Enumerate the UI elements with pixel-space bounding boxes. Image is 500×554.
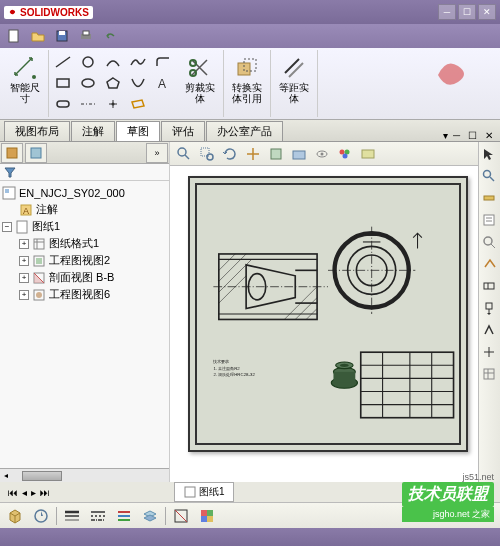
motion-button[interactable] (30, 505, 52, 527)
app-logo: SOLIDWORKS (4, 6, 93, 19)
doc-minimize-icon[interactable]: ─ (453, 130, 460, 141)
sidebar-expand-icon[interactable]: » (146, 143, 168, 163)
tab-evaluate[interactable]: 评估 (161, 121, 205, 141)
arc-tool[interactable] (101, 52, 125, 72)
circle-tool[interactable] (76, 52, 100, 72)
parabola-tool[interactable] (126, 73, 150, 93)
fillet-tool[interactable] (151, 52, 175, 72)
svg-rect-27 (17, 221, 27, 233)
rectangle-tool[interactable] (51, 73, 75, 93)
tab-office[interactable]: 办公室产品 (206, 121, 283, 141)
tree-item-view2[interactable]: + 工程图视图2 (2, 252, 167, 269)
filter-icon[interactable] (4, 166, 16, 178)
point-tool[interactable] (101, 94, 125, 114)
line-tool[interactable] (51, 52, 75, 72)
svg-rect-118 (201, 516, 207, 522)
print-button[interactable] (76, 27, 96, 45)
plane-tool[interactable] (126, 94, 150, 114)
measure-tool[interactable] (479, 188, 499, 208)
offset-button[interactable]: 等距实体 (277, 52, 311, 106)
balloon-tool[interactable] (479, 232, 499, 252)
pan-button[interactable] (243, 144, 263, 164)
sheet-nav-first[interactable]: ⏮ (8, 487, 18, 498)
note-tool[interactable] (479, 210, 499, 230)
svg-rect-28 (34, 239, 44, 249)
scene-button[interactable] (358, 144, 378, 164)
tab-annotation[interactable]: 注解 (71, 121, 115, 141)
layer-button[interactable] (139, 505, 161, 527)
scroll-thumb[interactable] (22, 471, 62, 481)
tree-sheet[interactable]: − 图纸1 (2, 218, 167, 235)
hide-edges-button[interactable] (170, 505, 192, 527)
tab-layout[interactable]: 视图布局 (4, 121, 70, 141)
sheet-nav-prev[interactable]: ◂ (22, 487, 27, 498)
scroll-left-icon[interactable]: ◂ (0, 471, 12, 480)
annotation-icon: A (19, 203, 33, 217)
line-color-button[interactable] (113, 505, 135, 527)
doc-maximize-icon[interactable]: ☐ (468, 130, 477, 141)
sheet-nav-next[interactable]: ▸ (31, 487, 36, 498)
text-tool[interactable]: A (151, 73, 175, 93)
svg-line-93 (491, 244, 495, 248)
svg-rect-2 (59, 31, 65, 35)
tree-item-section[interactable]: + 剖面视图 B-B (2, 269, 167, 286)
magnify-tool[interactable] (479, 166, 499, 186)
maximize-button[interactable]: ☐ (458, 4, 476, 20)
tab-menu-icon[interactable]: ▾ (443, 130, 448, 141)
sidebar-scrollbar[interactable]: ◂ (0, 468, 169, 482)
display-style-button[interactable] (289, 144, 309, 164)
drawing-canvas[interactable]: 技术要求 1. 未注圆角R2 2. 调质处理HRC28-32 (170, 166, 478, 482)
tree-item-view6[interactable]: + 工程图视图6 (2, 286, 167, 303)
undo-button[interactable] (100, 27, 120, 45)
datum-tool[interactable] (479, 298, 499, 318)
save-button[interactable] (52, 27, 72, 45)
section-view-icon (32, 271, 46, 285)
hide-show-button[interactable] (312, 144, 332, 164)
line-format-button[interactable] (61, 505, 83, 527)
centerline-tool[interactable] (76, 94, 100, 114)
doc-close-icon[interactable]: ✕ (485, 130, 493, 141)
tree-root[interactable]: EN_NJCJ_SY02_000 (2, 185, 167, 201)
color-display-button[interactable] (196, 505, 218, 527)
surface-finish-tool[interactable] (479, 320, 499, 340)
weld-tool[interactable] (479, 254, 499, 274)
zoom-area-button[interactable] (197, 144, 217, 164)
property-tab[interactable] (25, 143, 47, 163)
table-tool[interactable] (479, 364, 499, 384)
centermark-tool[interactable] (479, 342, 499, 362)
sheet-tab[interactable]: 图纸1 (174, 482, 234, 502)
drawing-view-icon (32, 254, 46, 268)
zoom-fit-button[interactable] (174, 144, 194, 164)
open-button[interactable] (28, 27, 48, 45)
minimize-button[interactable]: ─ (438, 4, 456, 20)
trim-icon (186, 54, 214, 82)
tree-expand-toggle[interactable]: + (19, 273, 29, 283)
model-button[interactable] (4, 505, 26, 527)
polygon-tool[interactable] (101, 73, 125, 93)
tab-sketch[interactable]: 草图 (116, 121, 160, 141)
tree-expand-toggle[interactable]: + (19, 290, 29, 300)
appearance-button[interactable] (335, 144, 355, 164)
tree-item-format[interactable]: + 图纸格式1 (2, 235, 167, 252)
tree-item-label: 剖面视图 B-B (49, 270, 114, 285)
smart-dimension-button[interactable]: 智能尺寸 (8, 52, 42, 106)
tree-expand-toggle[interactable]: + (19, 239, 29, 249)
gtol-tool[interactable] (479, 276, 499, 296)
slot-tool[interactable] (51, 94, 75, 114)
rotate-view-button[interactable] (220, 144, 240, 164)
ellipse-tool[interactable] (76, 73, 100, 93)
line-style-button[interactable] (87, 505, 109, 527)
sheet-nav-last[interactable]: ⏭ (40, 487, 50, 498)
tree-collapse-toggle[interactable]: − (2, 222, 12, 232)
more-tool[interactable] (151, 94, 175, 114)
new-doc-button[interactable] (4, 27, 24, 45)
close-button[interactable]: ✕ (478, 4, 496, 20)
tree-annotations[interactable]: A 注解 (2, 201, 167, 218)
tree-expand-toggle[interactable]: + (19, 256, 29, 266)
convert-button[interactable]: 转换实体引用 (230, 52, 264, 106)
spline-tool[interactable] (126, 52, 150, 72)
section-button[interactable] (266, 144, 286, 164)
feature-tree-tab[interactable] (1, 143, 23, 163)
trim-button[interactable]: 剪裁实体 (183, 52, 217, 106)
select-tool[interactable] (479, 144, 499, 164)
